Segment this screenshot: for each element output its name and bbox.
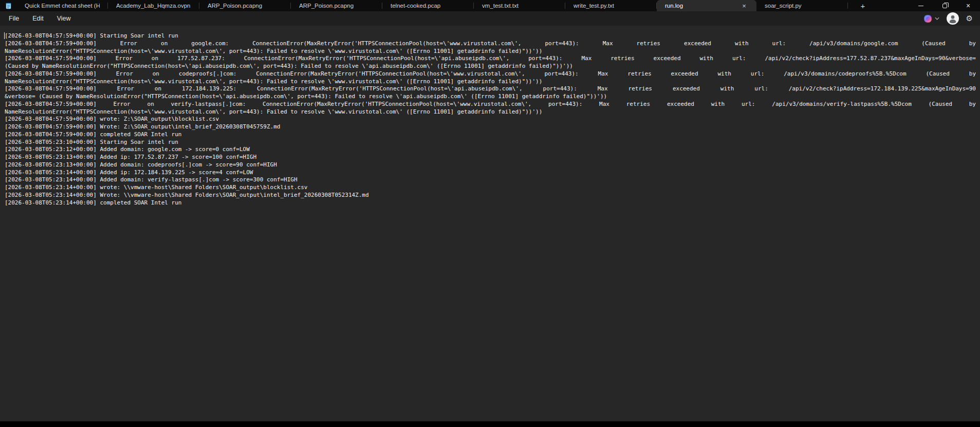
log-line: [2026-03-08T04:57:59+00:00] Wrote: Z:\SO… [5,123,976,131]
titlebar-drag-area [872,0,909,11]
tab-label: Academy_Lab_Hqmza.ovpn [116,3,190,9]
log-line: NameResolutionError("HTTPSConnection(hos… [5,108,976,116]
menu-item[interactable]: Edit [26,13,50,24]
log-line: [2026-03-08T05:23:14+00:00] Added domain… [5,176,976,184]
tab-strip: Quick Emmet cheat sheet (HTM × Academy_L… [16,0,848,11]
taskbar-strip [0,421,980,427]
tab-label: ARP_Poison.pcapng [299,3,354,9]
tab-label: soar_script.py [765,3,802,9]
tab-label: run.log [665,3,683,9]
window-controls: × [909,0,980,11]
log-line: [2026-03-08T05:23:14+00:00] wrote: \\vmw… [5,184,976,192]
minimize-icon [918,6,923,6]
log-line: [2026-03-08T04:57:59+00:00] wrote: Z:\SO… [5,116,976,123]
notepad-icon [0,0,16,11]
copilot-button[interactable] [923,14,939,23]
log-line: [2026-03-08T05:23:14+00:00] Wrote: \\vmw… [5,192,976,199]
tab-label: ARP_Poison.pcapng [208,3,262,9]
tab[interactable]: telnet-cooked.pcap × [382,0,474,11]
tab[interactable]: run.log × [657,0,756,11]
log-line: [2026-03-08T04:57:59+00:00] Error on 177… [5,55,976,63]
restore-button[interactable] [933,0,956,11]
tab-label: telnet-cooked.pcap [391,3,440,9]
account-icon [947,12,959,25]
close-tab-icon[interactable]: × [740,2,748,10]
menubar: FileEditView [0,11,980,26]
log-line: [2026-03-08T04:57:59+00:00] completed SO… [5,131,976,139]
tab[interactable]: ARP_Poison.pcapng × [291,0,382,11]
tab[interactable]: Quick Emmet cheat sheet (HTM × [16,0,108,11]
close-window-button[interactable]: × [956,0,980,11]
log-line: [2026-03-08T05:23:10+00:00] Starting Soa… [5,139,976,146]
settings-gear-icon[interactable]: ⚙ [966,14,973,23]
minimize-button[interactable] [909,0,933,11]
log-line: [2026-03-08T04:57:59+00:00] Error on cod… [5,70,976,78]
log-line: &verbose= (Caused by NameResolutionError… [5,93,976,101]
editor-text-area[interactable]: [2026-03-08T04:57:59+00:00] Starting Soa… [0,26,980,421]
log-line: [2026-03-08T05:23:14+00:00] completed SO… [5,199,976,207]
menu-item[interactable]: View [50,13,78,24]
tab-label: Quick Emmet cheat sheet (HTM [25,3,100,9]
log-line: [2026-03-08T04:57:59+00:00] Error on goo… [5,40,976,48]
text-caret [4,32,5,39]
log-line: [2026-03-08T05:23:13+00:00] Added domain… [5,161,976,169]
tab[interactable]: write_test.py.txt × [565,0,657,11]
account-button[interactable] [947,12,959,25]
chevron-down-icon [935,17,939,20]
log-line: (Caused by NameResolutionError("HTTPSCon… [5,63,976,70]
menu-list: FileEditView [0,13,78,24]
restore-icon [942,4,947,8]
log-line: [2026-03-08T05:23:14+00:00] Added ip: 17… [5,169,976,177]
menu-item[interactable]: File [2,13,26,24]
log-line: [2026-03-08T05:23:13+00:00] Added ip: 17… [5,154,976,161]
log-line: NameResolutionError("HTTPSConnection(hos… [5,78,976,86]
log-line: NameResolutionError("HTTPSConnection(hos… [5,48,976,55]
log-line: [2026-03-08T04:57:59+00:00] Error on ver… [5,101,976,108]
add-tab-button[interactable]: + [854,0,872,11]
tab[interactable]: Academy_Lab_Hqmza.ovpn × [108,0,199,11]
copilot-icon [923,14,932,23]
menubar-right-icons: ⚙ [923,11,973,26]
log-line: [2026-03-08T04:57:59+00:00] Starting Soa… [5,32,976,40]
tab-label: write_test.py.txt [574,3,614,9]
log-line: [2026-03-08T05:23:12+00:00] Added domain… [5,146,976,154]
close-icon: × [966,2,970,9]
tab[interactable]: soar_script.py × [756,0,848,11]
log-line: [2026-03-08T04:57:59+00:00] Error on 172… [5,85,976,93]
tab-label: vm_test.txt.txt [482,3,519,9]
titlebar: Quick Emmet cheat sheet (HTM × Academy_L… [0,0,980,11]
tab[interactable]: vm_test.txt.txt × [474,0,565,11]
tab[interactable]: ARP_Poison.pcapng × [199,0,291,11]
